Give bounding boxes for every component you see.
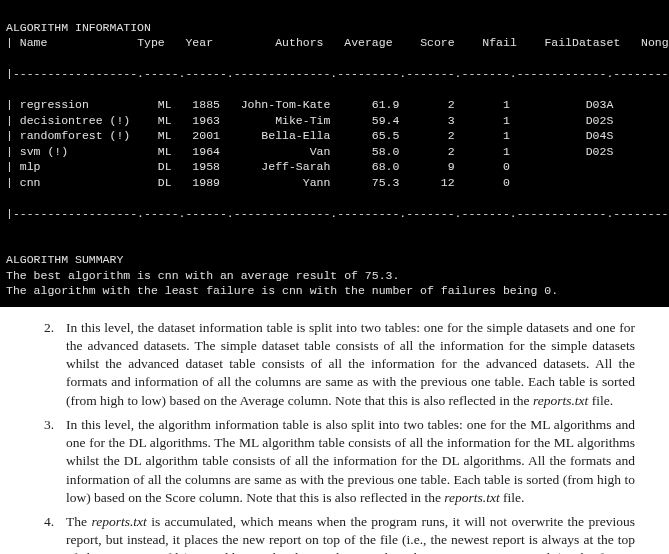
document-body: 2.In this level, the dataset information… xyxy=(0,307,669,554)
summary-line-1: The best algorithm is cnn with an averag… xyxy=(6,269,399,282)
body-text: The xyxy=(66,514,91,529)
col-year: Year xyxy=(185,36,213,49)
terminal-panel: ALGORITHM INFORMATION | Name Type Year A… xyxy=(0,0,669,307)
table-row: | regression ML 1885 John-Tom-Kate 61.9 … xyxy=(6,97,663,113)
list-number: 3. xyxy=(44,416,54,434)
italic-text: reports.txt xyxy=(444,490,499,505)
body-text: file). In addition, the date and time wh… xyxy=(161,550,635,554)
col-average: Average xyxy=(344,36,392,49)
italic-text: reports.txt xyxy=(105,550,160,554)
summary-title: ALGORITHM SUMMARY xyxy=(6,253,123,266)
body-text: In this level, the algorithm information… xyxy=(66,417,635,505)
terminal-title: ALGORITHM INFORMATION xyxy=(6,21,151,34)
list-number: 2. xyxy=(44,319,54,337)
italic-text: reports.txt xyxy=(91,514,146,529)
col-faildataset: FailDataset xyxy=(544,36,620,49)
col-name: Name xyxy=(20,36,48,49)
table-row: | decisiontree (!) ML 1963 Mike-Tim 59.4… xyxy=(6,113,663,129)
summary-line-2: The algorithm with the least failure is … xyxy=(6,284,558,297)
numbered-list: 2.In this level, the dataset information… xyxy=(44,319,635,554)
col-nongoing: Nongoing xyxy=(641,36,669,49)
table-header-row: | Name Type Year Authors Average Score N… xyxy=(6,35,663,51)
table-separator-bottom: |------------------.-----.------.-------… xyxy=(6,206,663,222)
table-row: | svm (!) ML 1964 Van 58.0 2 1 D02S 1 | xyxy=(6,144,663,160)
body-text: file. xyxy=(588,393,613,408)
col-score: Score xyxy=(420,36,455,49)
col-authors: Authors xyxy=(275,36,323,49)
italic-text: reports.txt xyxy=(533,393,588,408)
table-row: | mlp DL 1958 Jeff-Sarah 68.0 9 0 1 | xyxy=(6,159,663,175)
list-item: 4.The reports.txt is accumulated, which … xyxy=(44,513,635,554)
col-nfail: Nfail xyxy=(482,36,517,49)
table-body: | regression ML 1885 John-Tom-Kate 61.9 … xyxy=(6,97,663,190)
list-number: 4. xyxy=(44,513,54,531)
table-separator: |------------------.-----.------.-------… xyxy=(6,66,663,82)
list-item: 2.In this level, the dataset information… xyxy=(44,319,635,410)
list-item: 3.In this level, the algorithm informati… xyxy=(44,416,635,507)
col-type: Type xyxy=(137,36,165,49)
body-text: file. xyxy=(500,490,525,505)
body-text: is accumulated, which means when the pro… xyxy=(66,514,635,554)
table-row: | cnn DL 1989 Yann 75.3 12 0 1 | xyxy=(6,175,663,191)
table-row: | randomforest (!) ML 2001 Bella-Ella 65… xyxy=(6,128,663,144)
